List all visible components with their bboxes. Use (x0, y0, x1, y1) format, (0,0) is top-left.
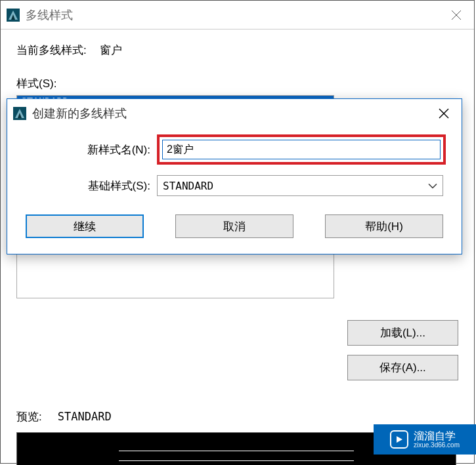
chevron-down-icon (428, 180, 437, 192)
base-style-value: STANDARD (163, 180, 213, 192)
preview-line (119, 460, 354, 461)
main-title: 多线样式 (26, 7, 73, 23)
main-titlebar: 多线样式 (1, 1, 474, 30)
create-new-style-dialog: 创建新的多线样式 新样式名(N): 基础样式(S): STANDARD 继续 取… (7, 98, 462, 254)
styles-label: 样式(S): (16, 76, 458, 91)
base-style-combobox[interactable]: STANDARD (157, 175, 443, 196)
new-dialog-title: 创建新的多线样式 (32, 106, 127, 121)
new-name-label: 新样式名(N): (7, 142, 157, 157)
svg-marker-10 (397, 436, 402, 443)
base-style-label: 基础样式(S): (7, 178, 157, 193)
current-style-row: 当前多线样式: 窗户 (16, 43, 458, 58)
play-icon (390, 430, 408, 449)
app-icon (6, 8, 20, 22)
save-button[interactable]: 保存(A)... (347, 355, 458, 380)
watermark-brand: 溜溜自学 (414, 430, 460, 442)
watermark-domain: zixue.3d66.com (414, 441, 460, 449)
close-icon[interactable] (430, 100, 458, 127)
preview-label: 预览: (16, 409, 42, 424)
continue-button[interactable]: 继续 (26, 214, 144, 238)
preview-line (119, 451, 354, 451)
current-style-label: 当前多线样式: (16, 44, 87, 56)
new-style-name-input[interactable] (162, 140, 441, 159)
current-style-value: 窗户 (100, 44, 122, 56)
highlight-annotation (157, 134, 446, 165)
watermark-logo: 溜溜自学 zixue.3d66.com (374, 424, 476, 455)
cancel-button[interactable]: 取消 (175, 214, 293, 238)
load-button[interactable]: 加载(L)... (347, 320, 458, 346)
close-icon[interactable] (443, 2, 470, 28)
help-button[interactable]: 帮助(H) (325, 214, 443, 238)
app-icon (12, 106, 27, 121)
preview-style-name: STANDARD (58, 410, 112, 423)
new-dialog-titlebar: 创建新的多线样式 (7, 99, 462, 128)
